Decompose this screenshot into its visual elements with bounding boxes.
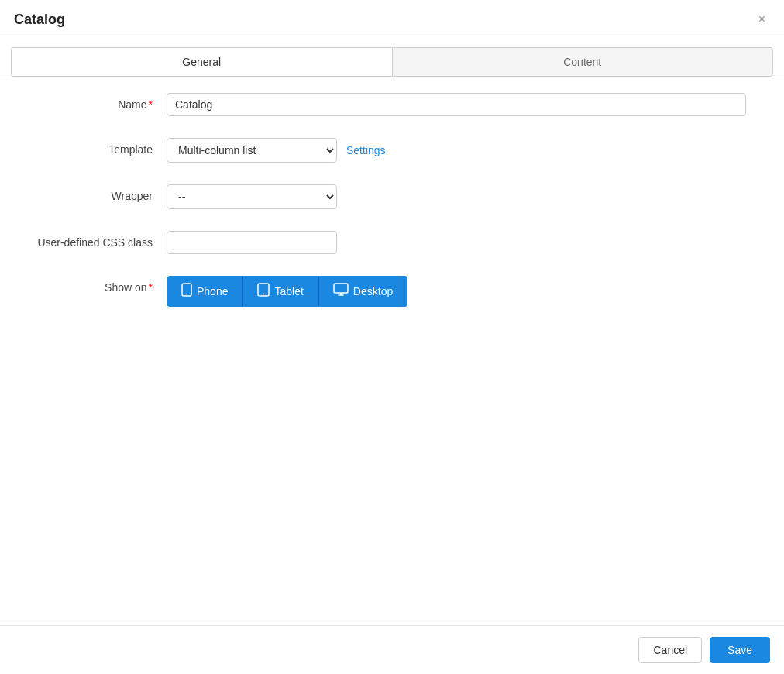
wrapper-label: Wrapper: [23, 184, 167, 202]
template-field-wrapper: Multi-column list Single column list Gri…: [167, 138, 761, 163]
show-on-required-star: *: [149, 281, 153, 294]
desktop-button[interactable]: Desktop: [318, 276, 407, 307]
css-class-field-wrapper: [167, 231, 761, 254]
settings-link[interactable]: Settings: [346, 144, 386, 156]
css-class-input[interactable]: [167, 231, 337, 254]
phone-button[interactable]: Phone: [167, 276, 242, 307]
dialog-title: Catalog: [14, 12, 65, 28]
name-input[interactable]: [167, 93, 746, 116]
desktop-label: Desktop: [353, 285, 393, 297]
svg-point-3: [263, 294, 264, 295]
name-label: Name*: [23, 93, 167, 111]
wrapper-select[interactable]: -- Option 1 Option 2: [167, 184, 337, 209]
name-row: Name*: [23, 93, 761, 116]
dialog-footer: Cancel Save: [0, 625, 784, 674]
cancel-button[interactable]: Cancel: [638, 637, 702, 663]
name-field-wrapper: [167, 93, 761, 116]
css-class-label: User-defined CSS class: [23, 231, 167, 249]
show-on-row: Show on* Phone: [23, 276, 761, 307]
svg-rect-4: [334, 284, 348, 293]
css-class-row: User-defined CSS class: [23, 231, 761, 254]
show-on-label: Show on*: [23, 276, 167, 294]
wrapper-field-wrapper: -- Option 1 Option 2: [167, 184, 761, 209]
close-button[interactable]: ×: [754, 11, 770, 28]
form-area: Name* Template Multi-column list Single …: [0, 77, 784, 625]
tab-general[interactable]: General: [11, 47, 392, 77]
phone-label: Phone: [197, 285, 228, 297]
tablet-icon: [257, 283, 270, 300]
tab-content[interactable]: Content: [392, 47, 774, 77]
name-required-star: *: [149, 98, 153, 111]
tablet-label: Tablet: [274, 285, 303, 297]
wrapper-row: Wrapper -- Option 1 Option 2: [23, 184, 761, 209]
tabs-row: General Content: [0, 36, 784, 77]
desktop-icon: [333, 283, 349, 300]
template-label: Template: [23, 138, 167, 156]
dialog-header: Catalog ×: [0, 0, 784, 36]
svg-point-1: [186, 294, 187, 295]
tablet-button[interactable]: Tablet: [242, 276, 318, 307]
template-row: Template Multi-column list Single column…: [23, 138, 761, 163]
device-buttons-wrapper: Phone Tablet: [167, 276, 761, 307]
phone-icon: [181, 283, 192, 300]
device-buttons-group: Phone Tablet: [167, 276, 761, 307]
template-select[interactable]: Multi-column list Single column list Gri…: [167, 138, 337, 163]
save-button[interactable]: Save: [710, 637, 770, 663]
